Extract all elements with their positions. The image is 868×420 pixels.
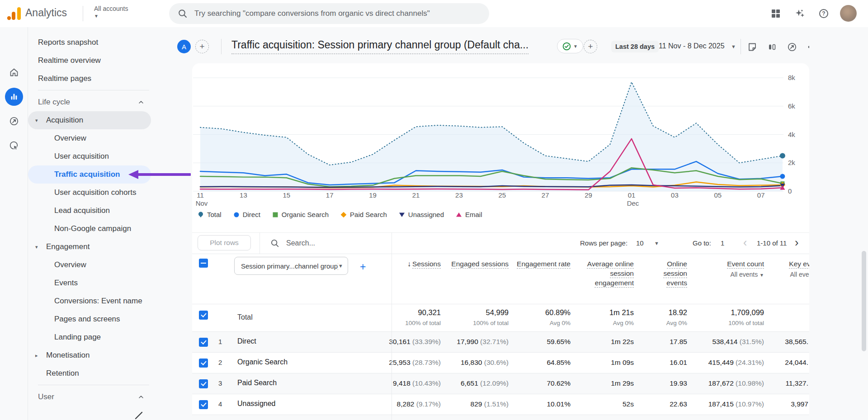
row-checkbox[interactable] bbox=[199, 338, 208, 347]
chevron-up-icon[interactable] bbox=[137, 393, 145, 401]
sidebar-item-lead-acquisition[interactable]: Lead acquisition bbox=[28, 202, 153, 220]
analytics-logo-icon[interactable] bbox=[6, 6, 22, 21]
divider bbox=[192, 232, 809, 233]
sidebar-item-pages-and-screens[interactable]: Pages and screens bbox=[28, 310, 153, 328]
sidebar-item-realtime-overview[interactable]: Realtime overview bbox=[28, 52, 153, 70]
cell-value: 16.01 bbox=[646, 359, 687, 367]
cell-value: 10.01% bbox=[515, 400, 571, 408]
sidebar-item-label: User acquisition bbox=[54, 152, 109, 160]
column-header-key-events[interactable]: Key eventsAll events ▼ bbox=[765, 259, 809, 280]
sidebar-item-label: User bbox=[38, 392, 54, 401]
explore-icon[interactable] bbox=[9, 116, 19, 127]
cell-value: 17,990 (32.71%) bbox=[450, 338, 509, 346]
sidebar-collapse-icon[interactable] bbox=[132, 411, 144, 420]
table-search-placeholder: Search... bbox=[286, 239, 315, 247]
table-search-input[interactable]: Search... bbox=[270, 238, 315, 248]
column-header-event-count[interactable]: Event countAll events ▼ bbox=[692, 259, 764, 280]
sidebar-item-overview[interactable]: Overview bbox=[28, 256, 153, 274]
page-gutter bbox=[809, 27, 868, 420]
property-badge[interactable]: A bbox=[177, 40, 191, 53]
next-page-icon[interactable]: › bbox=[795, 236, 798, 248]
dimension-select[interactable]: Session primary...channel group) ▼ bbox=[234, 257, 348, 275]
cell-value: 22.63 bbox=[646, 400, 687, 408]
row-checkbox[interactable] bbox=[199, 400, 208, 409]
channel-name: Direct bbox=[237, 337, 256, 345]
column-header-engaged-sessions[interactable]: Engaged sessions bbox=[450, 259, 509, 269]
sidebar-item-non-google-campaign[interactable]: Non-Google campaign bbox=[28, 220, 153, 238]
svg-text:Nov: Nov bbox=[196, 199, 208, 207]
cell-value: 38,565. bbox=[741, 338, 808, 346]
add-dimension-button[interactable]: + bbox=[360, 261, 366, 273]
sidebar-item-label: Engagement bbox=[46, 242, 90, 251]
chevron-up-icon[interactable] bbox=[137, 99, 145, 106]
total-cell-subvalue: 100% of total bbox=[450, 320, 509, 326]
gemini-sparkle-icon[interactable] bbox=[794, 8, 806, 19]
legend-label: Organic Search bbox=[282, 211, 329, 218]
vertical-scrollbar[interactable] bbox=[862, 251, 866, 351]
sidebar-item-engagement[interactable]: ▾Engagement bbox=[28, 238, 153, 256]
column-header-average-online-session-engagement[interactable]: Average online session engagement bbox=[583, 259, 634, 288]
column-header-label: Average online session engagement bbox=[587, 260, 634, 287]
sidebar-section-user[interactable]: User bbox=[28, 388, 153, 406]
account-switcher-label: All accounts bbox=[94, 5, 128, 12]
cell-value: 16,830 (30.6%) bbox=[450, 359, 509, 367]
reports-icon[interactable] bbox=[5, 88, 23, 106]
sidebar-item-conversions-event-name[interactable]: Conversions: Event name bbox=[28, 292, 153, 310]
sidebar-item-retention[interactable]: Retention bbox=[28, 364, 153, 382]
global-search-input[interactable]: Try searching "compare conversions from … bbox=[169, 3, 489, 24]
column-header-label: Key events bbox=[789, 260, 809, 268]
account-switcher[interactable]: All accounts ▼ bbox=[94, 5, 128, 19]
sidebar-item-events[interactable]: Events bbox=[28, 274, 153, 292]
select-all-checkbox[interactable] bbox=[199, 259, 208, 268]
goto-input[interactable]: 1 bbox=[721, 239, 724, 247]
row-checkbox[interactable] bbox=[199, 379, 208, 388]
cell-value: 9,418 (10.43%) bbox=[387, 379, 441, 387]
apps-grid-icon[interactable] bbox=[770, 8, 782, 19]
sidebar-item-monetisation[interactable]: ▸Monetisation bbox=[28, 346, 153, 364]
topbar-divider bbox=[83, 6, 83, 21]
prev-page-icon[interactable]: ‹ bbox=[743, 236, 747, 248]
plot-rows-button[interactable]: Plot rows bbox=[198, 235, 251, 250]
rows-per-page-select[interactable]: 10 bbox=[636, 239, 644, 247]
cell-value: 24,044. bbox=[741, 359, 808, 367]
column-header-engagement-rate[interactable]: Engagement rate bbox=[515, 259, 571, 269]
svg-text:13: 13 bbox=[240, 191, 247, 199]
total-row-checkbox[interactable] bbox=[199, 311, 208, 320]
advertising-icon[interactable] bbox=[9, 140, 19, 151]
row-checkbox[interactable] bbox=[199, 359, 208, 368]
svg-text:15: 15 bbox=[283, 191, 290, 199]
svg-text:25: 25 bbox=[498, 191, 506, 199]
home-icon[interactable] bbox=[9, 67, 19, 78]
caret-right-icon[interactable]: ▸ bbox=[35, 346, 38, 364]
sidebar-item-landing-page[interactable]: Landing page bbox=[28, 328, 153, 346]
chevron-down-icon[interactable]: ▼ bbox=[654, 241, 659, 246]
sidebar-item-user-acquisition-cohorts[interactable]: User acquisition cohorts bbox=[28, 184, 153, 202]
total-row-label: Total bbox=[237, 313, 253, 321]
svg-text:0: 0 bbox=[788, 187, 792, 195]
avatar[interactable] bbox=[840, 5, 857, 22]
total-cell-value: 1m 21s bbox=[583, 308, 634, 317]
traffic-chart: 02k4k6k8k11Nov13151719212325272901Dec030… bbox=[192, 66, 809, 215]
column-header-subfilter[interactable]: All events ▼ bbox=[692, 270, 764, 280]
sidebar-item-user-acquisition[interactable]: User acquisition bbox=[28, 147, 153, 165]
svg-text:01: 01 bbox=[628, 191, 636, 199]
caret-down-icon[interactable]: ▾ bbox=[35, 238, 38, 256]
cell-value: 829 (1.51%) bbox=[450, 400, 509, 408]
sidebar-section-life-cycle[interactable]: Life cycle bbox=[28, 93, 153, 111]
legend-marker-pin-icon bbox=[198, 212, 204, 218]
sidebar-item-overview[interactable]: Overview bbox=[28, 129, 153, 147]
sidebar-item-realtime-pages[interactable]: Realtime pages bbox=[28, 70, 153, 88]
sidebar-item-acquisition[interactable]: ▾Acquisition bbox=[28, 111, 151, 129]
sidebar-item-label: Reports snapshot bbox=[38, 38, 98, 47]
column-header-online-session-events[interactable]: Online session events bbox=[646, 259, 687, 288]
column-header-subfilter[interactable]: All events ▼ bbox=[765, 270, 809, 280]
row-number: 2 bbox=[218, 359, 222, 366]
pagination-range: 1-10 of 11 bbox=[757, 239, 787, 247]
sidebar-item-label: Life cycle bbox=[38, 98, 70, 106]
cell-value: 11,327. bbox=[741, 379, 808, 387]
column-header-sessions[interactable]: ↓Sessions bbox=[387, 259, 441, 269]
caret-down-icon[interactable]: ▾ bbox=[35, 111, 38, 129]
sidebar-item-label: User acquisition cohorts bbox=[54, 188, 136, 197]
help-icon[interactable]: ? bbox=[818, 8, 830, 19]
sidebar-item-reports-snapshot[interactable]: Reports snapshot bbox=[28, 33, 153, 52]
